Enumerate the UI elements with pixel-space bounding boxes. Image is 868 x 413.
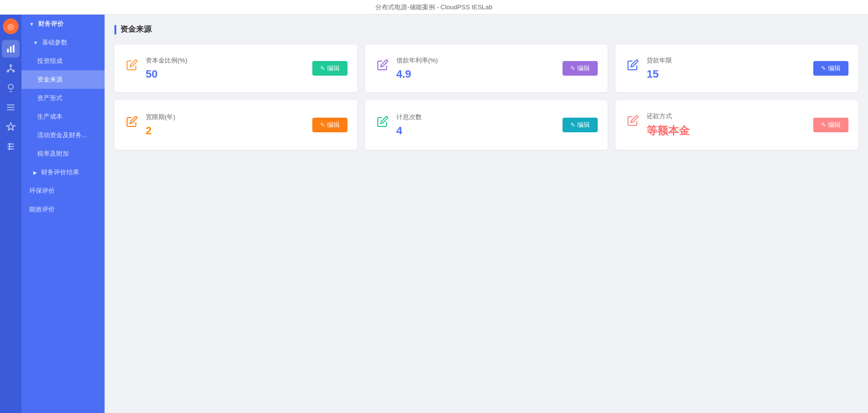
edit-btn-loan-term[interactable]: ✎ 编辑: [813, 61, 848, 76]
card-info-compound-times: 计息次数 4: [396, 113, 422, 137]
edit-pencil-icon-6: [625, 113, 641, 128]
svg-point-3: [10, 65, 11, 66]
card-info-loan-interest-rate: 借款年利率(%) 4.9: [396, 56, 438, 81]
content-area: 资金来源 资本金比例(%) 50 ✎ 编辑: [105, 15, 868, 413]
sidebar-item-investment-composition[interactable]: 投资组成: [22, 52, 105, 70]
svg-point-4: [7, 70, 9, 72]
edit-pencil-icon-4: [124, 114, 140, 129]
nav-sidebar: ▼ 财务评价 ▼ 基础参数 投资组成 资金来源 资产形式 生产成本 流动资金及财…: [22, 15, 105, 413]
page-title-bar: [114, 25, 116, 35]
edit-btn-compound-times[interactable]: ✎ 编辑: [563, 118, 598, 132]
card-value-loan-interest-rate: 4.9: [396, 68, 438, 81]
card-grace-period: 宽限期(年) 2 ✎ 编辑: [114, 100, 357, 150]
svg-line-8: [11, 69, 14, 71]
page-title-container: 资金来源: [114, 24, 858, 35]
card-left-compound-times: 计息次数 4: [375, 113, 422, 137]
nav-number-icon[interactable]: [2, 138, 20, 155]
card-compound-times: 计息次数 4 ✎ 编辑: [365, 100, 608, 150]
edit-icon-5: ✎: [570, 122, 575, 128]
topbar-title: 分布式电源-储能案例 - CloudPSS IESLab: [375, 3, 492, 12]
sidebar-item-perf-eval[interactable]: 能效评价: [22, 200, 105, 219]
arrow-financial-eval: ▼: [29, 21, 34, 27]
card-value-loan-term: 15: [647, 68, 672, 81]
nav-list-icon[interactable]: [2, 99, 20, 116]
sidebar-item-env-eval[interactable]: 环保评价: [22, 182, 105, 200]
page-title: 资金来源: [120, 24, 152, 35]
card-value-capital-ratio: 50: [146, 68, 187, 81]
edit-pencil-icon-5: [375, 114, 391, 129]
svg-rect-2: [13, 45, 14, 53]
card-label-loan-term: 贷款年限: [647, 56, 672, 65]
svg-rect-0: [7, 49, 9, 53]
card-value-repayment-method: 等额本金: [647, 124, 690, 138]
card-label-grace-period: 宽限期(年): [146, 113, 175, 122]
card-label-loan-interest-rate: 借款年利率(%): [396, 56, 438, 65]
app-logo: ◎: [3, 19, 19, 34]
card-capital-ratio: 资本金比例(%) 50 ✎ 编辑: [114, 44, 357, 92]
sidebar-item-financial-results[interactable]: ▶ 财务评价结果: [22, 163, 105, 182]
nav-bulb-icon[interactable]: [2, 79, 20, 97]
card-value-grace-period: 2: [146, 124, 175, 137]
card-repayment-method: 还款方式 等额本金 ✎ 编辑: [615, 100, 858, 150]
card-left-repayment-method: 还款方式 等额本金: [625, 112, 690, 138]
edit-pencil-icon-3: [625, 57, 641, 73]
card-info-loan-term: 贷款年限 15: [647, 56, 672, 81]
card-left-capital-ratio: 资本金比例(%) 50: [124, 56, 187, 81]
card-left-grace-period: 宽限期(年) 2: [124, 113, 175, 137]
icon-sidebar: ◎: [0, 15, 22, 413]
card-left-loan-term: 贷款年限 15: [625, 56, 672, 81]
arrow-basic-params: ▼: [33, 40, 38, 45]
card-info-grace-period: 宽限期(年) 2: [146, 113, 175, 137]
sidebar-item-asset-form[interactable]: 资产形式: [22, 89, 105, 107]
nav-chart-icon[interactable]: [2, 40, 20, 58]
card-loan-term: 贷款年限 15 ✎ 编辑: [615, 44, 858, 92]
svg-line-7: [8, 69, 11, 71]
edit-btn-loan-interest-rate[interactable]: ✎ 编辑: [563, 61, 598, 76]
edit-icon-2: ✎: [570, 65, 575, 72]
sidebar-item-production-cost[interactable]: 生产成本: [22, 107, 105, 126]
edit-btn-capital-ratio[interactable]: ✎ 编辑: [312, 61, 347, 76]
card-info-capital-ratio: 资本金比例(%) 50: [146, 56, 187, 81]
card-left-loan-interest-rate: 借款年利率(%) 4.9: [375, 56, 438, 81]
edit-pencil-icon-1: [124, 57, 140, 73]
sidebar-item-working-capital[interactable]: 流动资金及财务...: [22, 126, 105, 145]
sidebar-item-tax-rate[interactable]: 税率及附加: [22, 145, 105, 163]
edit-pencil-icon-2: [375, 57, 391, 73]
edit-btn-grace-period[interactable]: ✎ 编辑: [312, 118, 347, 132]
edit-icon-1: ✎: [320, 65, 325, 72]
card-info-repayment-method: 还款方式 等额本金: [647, 112, 690, 138]
arrow-financial-results: ▶: [33, 170, 37, 175]
card-label-compound-times: 计息次数: [396, 113, 422, 122]
edit-btn-repayment-method[interactable]: ✎ 编辑: [813, 118, 848, 132]
cards-grid: 资本金比例(%) 50 ✎ 编辑 借款年利率(%) 4.9: [114, 44, 858, 150]
sidebar-item-financial-eval[interactable]: ▼ 财务评价: [22, 15, 105, 33]
svg-point-5: [13, 70, 14, 72]
nav-org-icon[interactable]: [2, 60, 20, 77]
svg-rect-1: [10, 46, 11, 53]
edit-icon-4: ✎: [320, 122, 325, 128]
card-label-repayment-method: 还款方式: [647, 112, 690, 121]
card-value-compound-times: 4: [396, 124, 422, 137]
sidebar-item-basic-params[interactable]: ▼ 基础参数: [22, 33, 105, 52]
card-loan-interest-rate: 借款年利率(%) 4.9 ✎ 编辑: [365, 44, 608, 92]
card-label-capital-ratio: 资本金比例(%): [146, 56, 187, 65]
edit-icon-6: ✎: [821, 122, 826, 128]
edit-icon-3: ✎: [821, 65, 826, 72]
topbar: 分布式电源-储能案例 - CloudPSS IESLab: [0, 0, 868, 15]
sidebar-item-capital-source[interactable]: 资金来源: [22, 70, 105, 89]
nav-badge-icon[interactable]: [2, 118, 20, 136]
